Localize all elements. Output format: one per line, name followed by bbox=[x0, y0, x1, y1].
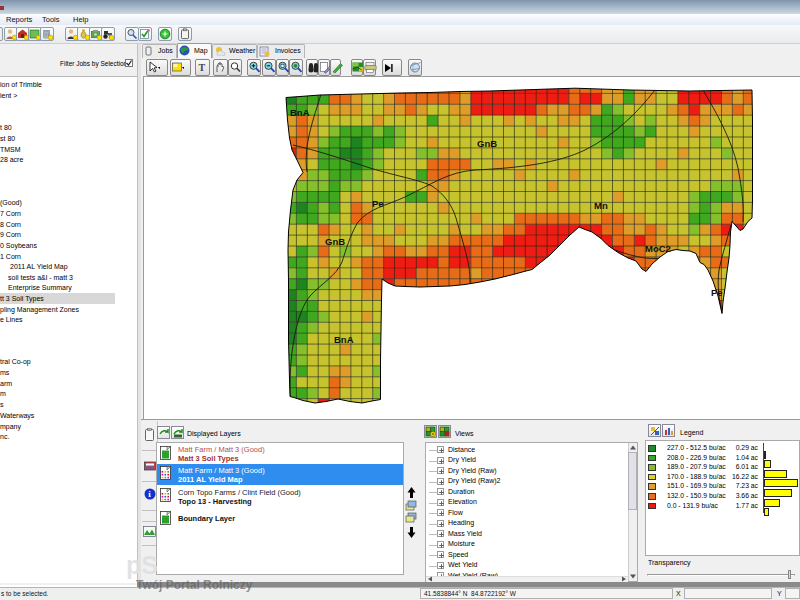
svg-text:BnA: BnA bbox=[334, 334, 354, 345]
svg-text:Mn: Mn bbox=[594, 200, 608, 211]
svg-text:GnB: GnB bbox=[477, 138, 497, 149]
svg-text:Pe: Pe bbox=[711, 287, 723, 298]
svg-text:GnB: GnB bbox=[325, 236, 345, 247]
svg-text:Pe: Pe bbox=[372, 198, 384, 209]
svg-text:BnA: BnA bbox=[290, 107, 310, 118]
svg-text:MoC2: MoC2 bbox=[645, 243, 671, 254]
